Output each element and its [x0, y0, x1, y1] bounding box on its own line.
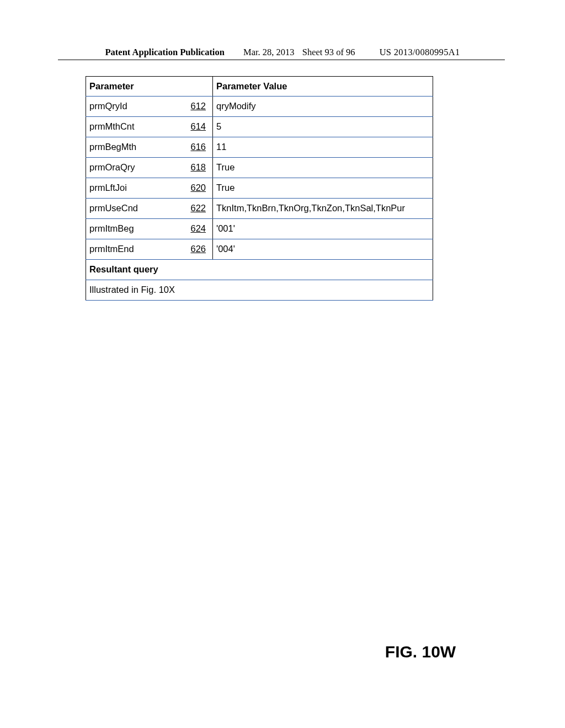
param-ref: 626 [174, 239, 213, 260]
parameter-table: Parameter Parameter Value prmQryId 612 q… [86, 76, 433, 301]
param-value: TknItm,TknBrn,TknOrg,TknZon,TknSal,TknPu… [213, 199, 433, 219]
param-name: prmOraQry [86, 158, 174, 178]
resultant-query-row: Resultant query [86, 260, 433, 280]
table-row: prmUseCnd 622 TknItm,TknBrn,TknOrg,TknZo… [86, 199, 433, 219]
page-header: Patent Application Publication Mar. 28, … [0, 47, 565, 58]
param-name: prmQryId [86, 97, 174, 117]
param-ref: 622 [174, 199, 213, 219]
param-value: 5 [213, 117, 433, 137]
illustrated-text: Illustrated in Fig. 10X [86, 280, 433, 301]
table-row: prmMthCnt 614 5 [86, 117, 433, 137]
param-name: prmUseCnd [86, 199, 174, 219]
illustrated-row: Illustrated in Fig. 10X [86, 280, 433, 301]
header-rule [58, 60, 505, 60]
resultant-query-label: Resultant query [86, 260, 433, 280]
application-number: US 2013/0080995A1 [380, 47, 460, 57]
table-row: prmOraQry 618 True [86, 158, 433, 178]
param-ref: 614 [174, 117, 213, 137]
param-ref: 616 [174, 137, 213, 158]
table-header-row: Parameter Parameter Value [86, 77, 433, 97]
param-ref: 624 [174, 219, 213, 239]
param-value: qryModify [213, 97, 433, 117]
param-name: prmBegMth [86, 137, 174, 158]
param-ref: 618 [174, 158, 213, 178]
param-value: '001' [213, 219, 433, 239]
param-ref: 620 [174, 178, 213, 199]
table-row: prmItmEnd 626 '004' [86, 239, 433, 260]
table-row: prmLftJoi 620 True [86, 178, 433, 199]
param-name: prmMthCnt [86, 117, 174, 137]
publication-label: Patent Application Publication [105, 47, 225, 57]
param-name: prmLftJoi [86, 178, 174, 199]
parameter-table-container: Parameter Parameter Value prmQryId 612 q… [86, 76, 433, 301]
param-name: prmItmEnd [86, 239, 174, 260]
col-parameter-value: Parameter Value [213, 77, 433, 97]
param-ref: 612 [174, 97, 213, 117]
param-name: prmItmBeg [86, 219, 174, 239]
param-value: 11 [213, 137, 433, 158]
col-parameter: Parameter [86, 77, 213, 97]
table-row: prmItmBeg 624 '001' [86, 219, 433, 239]
param-value: True [213, 178, 433, 199]
param-value: '004' [213, 239, 433, 260]
sheet-number: Sheet 93 of 96 [302, 47, 355, 57]
table-row: prmBegMth 616 11 [86, 137, 433, 158]
param-value: True [213, 158, 433, 178]
publication-date: Mar. 28, 2013 [243, 47, 295, 57]
table-row: prmQryId 612 qryModify [86, 97, 433, 117]
figure-label: FIG. 10W [0, 643, 565, 661]
